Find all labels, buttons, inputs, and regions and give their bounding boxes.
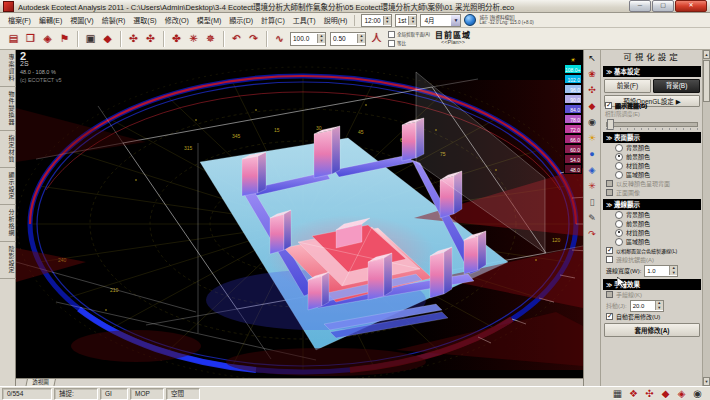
export-view-icon[interactable]: ↷ [586,228,599,241]
menu-draw[interactable]: 繪製(R) [98,14,130,26]
viewport-3d[interactable]: 315 345 15 30 45 60 75 120 210 240 [16,50,583,378]
menu-tools[interactable]: 工具(T) [289,14,320,26]
gem-material-icon[interactable]: ◆ [586,100,599,113]
show-edges-checkbox[interactable] [605,102,612,109]
select-cursor-icon[interactable]: ↖ [586,52,599,65]
month-dropdown-arrow[interactable]: ▼ [451,15,460,26]
sun-path-3d-scene[interactable]: 315 345 15 30 45 60 75 120 210 240 [16,50,583,378]
maximize-button[interactable]: ▢ [652,0,674,12]
surface-bg-color-radio[interactable] [615,144,623,152]
tab-analysis-grid[interactable]: 分析格網 [0,205,16,242]
backface-reverse-checkbox[interactable] [606,180,613,187]
scale-value[interactable]: 100.0 [291,35,317,42]
sun-light-icon[interactable]: ☀ [586,132,599,145]
tab-display-settings[interactable]: 顯示設定 [0,168,16,205]
trash-icon[interactable]: ▯ [586,196,599,209]
time-spinner[interactable]: 12:00 ▲▼ [361,14,391,27]
month-dropdown[interactable]: 4月 ▼ [420,14,461,27]
axonometric-view-icon[interactable]: ❖ [627,387,640,400]
escape-tool-icon[interactable]: ∿ [272,31,287,46]
material-icon[interactable]: ◆ [100,31,115,46]
tab-project-info[interactable]: 專案資料 [0,50,16,87]
ratio-checkbox[interactable] [388,40,395,47]
month-value[interactable]: 4月 [421,15,451,25]
grid-spinner[interactable]: 0.50 ▲▼ [330,32,366,46]
apply-changes-button[interactable]: 套用修改(A) [604,323,700,337]
edge-fg-color-radio[interactable] [615,220,623,228]
foreground-button[interactable]: 前景(F) [604,79,651,93]
tab-assign-materials[interactable]: 指定材質 [0,131,16,168]
globe-icon[interactable] [464,14,476,26]
edge-zone-color-radio[interactable] [615,238,623,246]
surface-fg-color-radio[interactable] [615,153,623,161]
edge-material-color-radio[interactable] [615,229,623,237]
menu-select[interactable]: 選取(S) [129,14,160,26]
scale-spinner[interactable]: 100.0 ▲▼ [290,32,326,46]
render-view-icon[interactable]: ◈ [675,387,688,400]
burst-effect-icon[interactable]: ✳ [586,180,599,193]
diamond-display-icon[interactable]: ◈ [586,164,599,177]
model-view-icon[interactable]: ◆ [659,387,672,400]
scroll-thumb[interactable] [703,60,710,102]
day-value[interactable]: 1st [396,17,409,24]
menu-display[interactable]: 顯示(D) [225,14,257,26]
day-spin-arrows[interactable]: ▲▼ [408,16,416,25]
menu-help[interactable]: 說明(H) [320,14,352,26]
current-zone-selector[interactable]: 目前區域 <<Plan>> [435,32,471,46]
panel-scrollbar[interactable]: ▲ ▼ [702,50,710,386]
time-spin-arrows[interactable]: ▲▼ [383,16,391,25]
edge-antialias-checkbox[interactable] [606,256,613,263]
camera-snapshot-icon[interactable]: ◉ [691,387,704,400]
menu-modify[interactable]: 修改(O) [161,14,193,26]
rotate-left-icon[interactable]: ✣ [126,31,141,46]
menu-edit[interactable]: 編輯(E) [35,14,66,26]
background-button[interactable]: 背景(B) [653,79,700,93]
zone-tools-icon[interactable]: ✤ [169,31,184,46]
sphere-shading-icon[interactable]: ● [586,148,599,161]
grid-toggle[interactable]: GI [100,388,128,400]
scroll-down-arrow[interactable]: ▼ [703,377,710,386]
close-button[interactable]: ✕ [675,0,707,12]
undo-icon[interactable]: ↶ [229,31,244,46]
display-mode-icon[interactable]: ▣ [83,31,98,46]
spin-model-icon[interactable]: ✣ [586,84,599,97]
person-icon[interactable]: 人 [369,31,384,46]
redo-icon[interactable]: ↷ [246,31,261,46]
time-value[interactable]: 12:00 [362,17,382,24]
menu-file[interactable]: 檔案(F) [4,14,35,26]
front-image-checkbox[interactable] [606,189,613,196]
save-icon[interactable]: ◈ [40,31,55,46]
surface-material-color-radio[interactable] [615,162,623,170]
menu-calculate[interactable]: 計算(C) [257,14,289,26]
edge-width-spinner[interactable]: 1.0▲▼ [644,265,678,277]
section-surface-display[interactable]: 表面顯示 [603,132,701,143]
tab-object-transform[interactable]: 物件變換器 [0,87,16,131]
grid-value[interactable]: 0.50 [331,35,357,42]
orbit-view-icon[interactable]: ✣ [643,387,656,400]
print-icon[interactable]: ⚑ [57,31,72,46]
analysis-tools-icon[interactable]: ✵ [203,31,218,46]
section-basic-settings[interactable]: 基本設定 [603,66,701,77]
surface-zone-color-radio[interactable] [615,171,623,179]
menu-model[interactable]: 模型(M) [193,14,226,26]
sketchy-lines-checkbox[interactable] [606,291,613,298]
grid-display-icon[interactable]: ▦ [611,387,624,400]
jitter-spinner[interactable]: 20.0▲▼ [630,300,664,312]
pen-annotate-icon[interactable]: ✎ [586,212,599,225]
rotate-right-icon[interactable]: ✣ [143,31,158,46]
eye-visibility-icon[interactable]: ◉ [586,116,599,129]
edge-bg-color-radio[interactable] [615,211,623,219]
minimize-button[interactable]: ─ [629,0,651,12]
tab-shadow-settings[interactable]: 陰影設定 [0,242,16,279]
mop-toggle[interactable]: MOP [130,388,164,400]
section-edge-display[interactable]: 邊線顯示 [603,199,701,210]
scroll-up-arrow[interactable]: ▲ [703,50,710,59]
new-file-icon[interactable]: ▤ [6,31,21,46]
blend-edges-checkbox[interactable] [606,247,613,254]
object-tools-icon[interactable]: ✳ [186,31,201,46]
zone-value[interactable]: <<Plan>> [441,39,465,46]
render-brush-icon[interactable]: ❀ [586,68,599,81]
day-spinner[interactable]: 1st ▲▼ [395,14,418,27]
menu-view[interactable]: 視圖(V) [66,14,97,26]
open-file-icon[interactable]: ❒ [23,31,38,46]
